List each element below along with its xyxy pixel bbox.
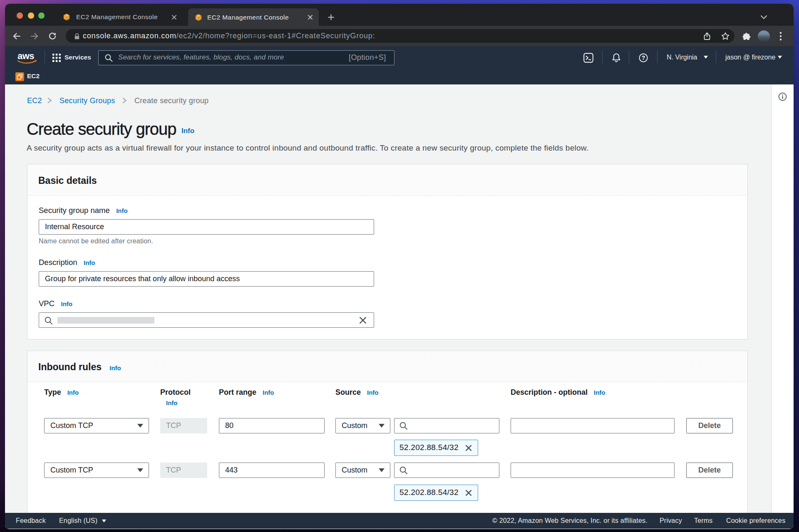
svg-text:?: ? [642,54,645,61]
svg-text:aws: aws [17,51,34,61]
